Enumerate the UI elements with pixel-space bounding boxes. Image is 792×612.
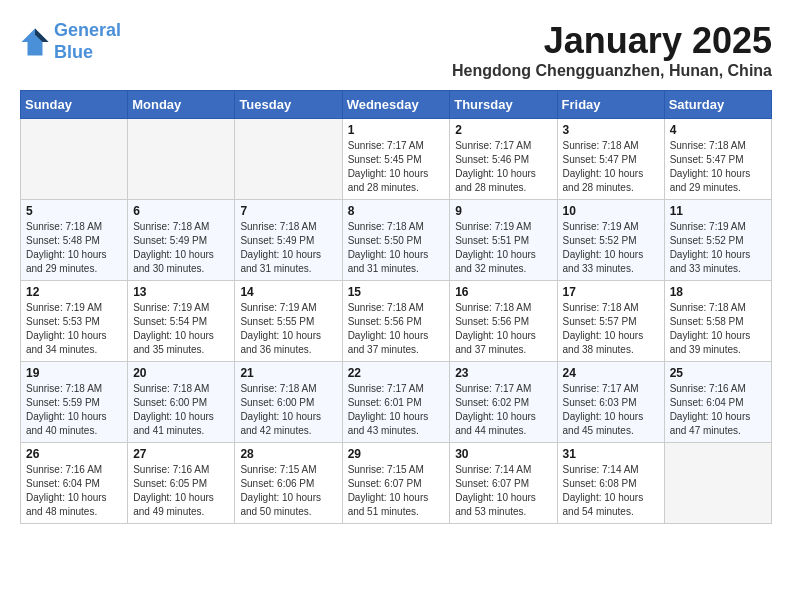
calendar-week-row: 19Sunrise: 7:18 AMSunset: 5:59 PMDayligh… <box>21 362 772 443</box>
day-info: Sunrise: 7:18 AMSunset: 5:58 PMDaylight:… <box>670 301 766 357</box>
calendar-day-cell <box>21 119 128 200</box>
day-number: 2 <box>455 123 551 137</box>
calendar-week-row: 26Sunrise: 7:16 AMSunset: 6:04 PMDayligh… <box>21 443 772 524</box>
title-block: January 2025 Hengdong Chengguanzhen, Hun… <box>452 20 772 80</box>
day-info: Sunrise: 7:18 AMSunset: 6:00 PMDaylight:… <box>133 382 229 438</box>
calendar-day-cell: 19Sunrise: 7:18 AMSunset: 5:59 PMDayligh… <box>21 362 128 443</box>
day-number: 21 <box>240 366 336 380</box>
day-info: Sunrise: 7:18 AMSunset: 5:48 PMDaylight:… <box>26 220 122 276</box>
day-info: Sunrise: 7:19 AMSunset: 5:51 PMDaylight:… <box>455 220 551 276</box>
day-info: Sunrise: 7:16 AMSunset: 6:04 PMDaylight:… <box>670 382 766 438</box>
calendar-day-cell: 27Sunrise: 7:16 AMSunset: 6:05 PMDayligh… <box>128 443 235 524</box>
day-number: 7 <box>240 204 336 218</box>
page-header: General Blue January 2025 Hengdong Cheng… <box>20 20 772 80</box>
day-info: Sunrise: 7:16 AMSunset: 6:04 PMDaylight:… <box>26 463 122 519</box>
calendar-day-cell: 7Sunrise: 7:18 AMSunset: 5:49 PMDaylight… <box>235 200 342 281</box>
calendar-table: SundayMondayTuesdayWednesdayThursdayFrid… <box>20 90 772 524</box>
calendar-day-cell: 14Sunrise: 7:19 AMSunset: 5:55 PMDayligh… <box>235 281 342 362</box>
day-number: 20 <box>133 366 229 380</box>
day-number: 11 <box>670 204 766 218</box>
day-number: 8 <box>348 204 445 218</box>
day-info: Sunrise: 7:16 AMSunset: 6:05 PMDaylight:… <box>133 463 229 519</box>
day-number: 19 <box>26 366 122 380</box>
day-info: Sunrise: 7:18 AMSunset: 5:47 PMDaylight:… <box>563 139 659 195</box>
day-info: Sunrise: 7:19 AMSunset: 5:53 PMDaylight:… <box>26 301 122 357</box>
day-info: Sunrise: 7:14 AMSunset: 6:07 PMDaylight:… <box>455 463 551 519</box>
calendar-day-cell: 22Sunrise: 7:17 AMSunset: 6:01 PMDayligh… <box>342 362 450 443</box>
calendar-day-cell: 2Sunrise: 7:17 AMSunset: 5:46 PMDaylight… <box>450 119 557 200</box>
day-info: Sunrise: 7:15 AMSunset: 6:06 PMDaylight:… <box>240 463 336 519</box>
day-number: 26 <box>26 447 122 461</box>
day-number: 15 <box>348 285 445 299</box>
calendar-day-cell: 9Sunrise: 7:19 AMSunset: 5:51 PMDaylight… <box>450 200 557 281</box>
logo: General Blue <box>20 20 121 63</box>
day-number: 25 <box>670 366 766 380</box>
calendar-day-cell: 25Sunrise: 7:16 AMSunset: 6:04 PMDayligh… <box>664 362 771 443</box>
calendar-body: 1Sunrise: 7:17 AMSunset: 5:45 PMDaylight… <box>21 119 772 524</box>
calendar-day-cell: 17Sunrise: 7:18 AMSunset: 5:57 PMDayligh… <box>557 281 664 362</box>
day-number: 27 <box>133 447 229 461</box>
calendar-day-cell: 15Sunrise: 7:18 AMSunset: 5:56 PMDayligh… <box>342 281 450 362</box>
calendar-day-cell: 1Sunrise: 7:17 AMSunset: 5:45 PMDaylight… <box>342 119 450 200</box>
day-info: Sunrise: 7:18 AMSunset: 5:56 PMDaylight:… <box>348 301 445 357</box>
day-info: Sunrise: 7:17 AMSunset: 6:01 PMDaylight:… <box>348 382 445 438</box>
day-info: Sunrise: 7:17 AMSunset: 6:02 PMDaylight:… <box>455 382 551 438</box>
calendar-week-row: 12Sunrise: 7:19 AMSunset: 5:53 PMDayligh… <box>21 281 772 362</box>
calendar-week-row: 5Sunrise: 7:18 AMSunset: 5:48 PMDaylight… <box>21 200 772 281</box>
day-number: 12 <box>26 285 122 299</box>
day-info: Sunrise: 7:17 AMSunset: 5:46 PMDaylight:… <box>455 139 551 195</box>
weekday-header-cell: Thursday <box>450 91 557 119</box>
calendar-day-cell <box>235 119 342 200</box>
logo-icon <box>20 27 50 57</box>
weekday-header-cell: Monday <box>128 91 235 119</box>
calendar-day-cell <box>128 119 235 200</box>
day-number: 18 <box>670 285 766 299</box>
day-number: 5 <box>26 204 122 218</box>
day-number: 6 <box>133 204 229 218</box>
day-number: 14 <box>240 285 336 299</box>
calendar-day-cell: 12Sunrise: 7:19 AMSunset: 5:53 PMDayligh… <box>21 281 128 362</box>
calendar-day-cell: 30Sunrise: 7:14 AMSunset: 6:07 PMDayligh… <box>450 443 557 524</box>
day-number: 3 <box>563 123 659 137</box>
day-info: Sunrise: 7:19 AMSunset: 5:54 PMDaylight:… <box>133 301 229 357</box>
calendar-day-cell: 23Sunrise: 7:17 AMSunset: 6:02 PMDayligh… <box>450 362 557 443</box>
day-info: Sunrise: 7:18 AMSunset: 6:00 PMDaylight:… <box>240 382 336 438</box>
calendar-day-cell: 29Sunrise: 7:15 AMSunset: 6:07 PMDayligh… <box>342 443 450 524</box>
day-info: Sunrise: 7:15 AMSunset: 6:07 PMDaylight:… <box>348 463 445 519</box>
day-number: 13 <box>133 285 229 299</box>
day-info: Sunrise: 7:19 AMSunset: 5:55 PMDaylight:… <box>240 301 336 357</box>
day-number: 28 <box>240 447 336 461</box>
day-number: 29 <box>348 447 445 461</box>
day-number: 22 <box>348 366 445 380</box>
day-info: Sunrise: 7:14 AMSunset: 6:08 PMDaylight:… <box>563 463 659 519</box>
day-info: Sunrise: 7:18 AMSunset: 5:47 PMDaylight:… <box>670 139 766 195</box>
calendar-day-cell: 21Sunrise: 7:18 AMSunset: 6:00 PMDayligh… <box>235 362 342 443</box>
logo-text: General Blue <box>54 20 121 63</box>
location: Hengdong Chengguanzhen, Hunan, China <box>452 62 772 80</box>
day-number: 1 <box>348 123 445 137</box>
day-info: Sunrise: 7:18 AMSunset: 5:49 PMDaylight:… <box>240 220 336 276</box>
day-number: 16 <box>455 285 551 299</box>
calendar-day-cell: 5Sunrise: 7:18 AMSunset: 5:48 PMDaylight… <box>21 200 128 281</box>
weekday-header-cell: Friday <box>557 91 664 119</box>
calendar-day-cell: 26Sunrise: 7:16 AMSunset: 6:04 PMDayligh… <box>21 443 128 524</box>
calendar-day-cell: 8Sunrise: 7:18 AMSunset: 5:50 PMDaylight… <box>342 200 450 281</box>
day-number: 30 <box>455 447 551 461</box>
day-info: Sunrise: 7:19 AMSunset: 5:52 PMDaylight:… <box>563 220 659 276</box>
calendar-day-cell: 13Sunrise: 7:19 AMSunset: 5:54 PMDayligh… <box>128 281 235 362</box>
calendar-day-cell: 18Sunrise: 7:18 AMSunset: 5:58 PMDayligh… <box>664 281 771 362</box>
calendar-day-cell: 10Sunrise: 7:19 AMSunset: 5:52 PMDayligh… <box>557 200 664 281</box>
calendar-day-cell <box>664 443 771 524</box>
day-number: 31 <box>563 447 659 461</box>
weekday-header-cell: Sunday <box>21 91 128 119</box>
day-info: Sunrise: 7:18 AMSunset: 5:56 PMDaylight:… <box>455 301 551 357</box>
day-number: 10 <box>563 204 659 218</box>
month-title: January 2025 <box>452 20 772 62</box>
calendar-day-cell: 20Sunrise: 7:18 AMSunset: 6:00 PMDayligh… <box>128 362 235 443</box>
day-info: Sunrise: 7:19 AMSunset: 5:52 PMDaylight:… <box>670 220 766 276</box>
calendar-day-cell: 28Sunrise: 7:15 AMSunset: 6:06 PMDayligh… <box>235 443 342 524</box>
calendar-day-cell: 3Sunrise: 7:18 AMSunset: 5:47 PMDaylight… <box>557 119 664 200</box>
day-number: 9 <box>455 204 551 218</box>
weekday-header-row: SundayMondayTuesdayWednesdayThursdayFrid… <box>21 91 772 119</box>
calendar-day-cell: 11Sunrise: 7:19 AMSunset: 5:52 PMDayligh… <box>664 200 771 281</box>
